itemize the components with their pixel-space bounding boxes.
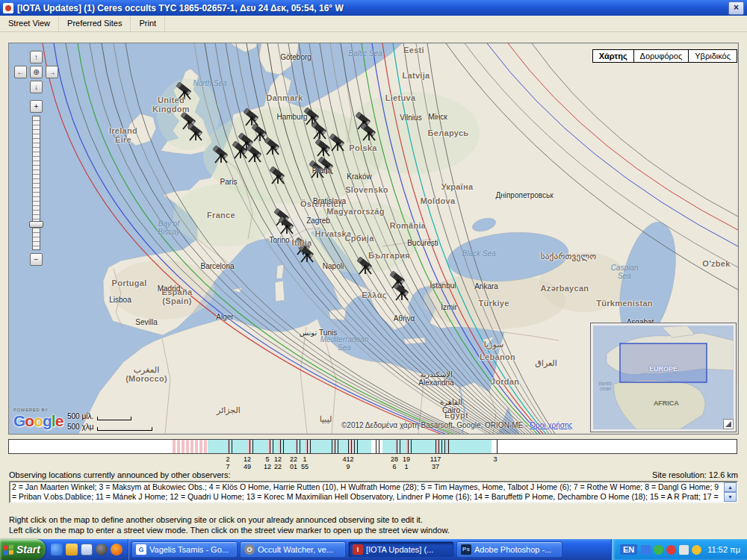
pan-down-button[interactable]: ↓ [30,81,43,93]
tray-icons [641,545,701,555]
zoom-slider[interactable] [32,116,40,250]
menu-item-street-view[interactable]: Street View [0,16,59,31]
timeline-tick [332,440,332,453]
map-copyright: ©2012 Δεδομένα χάρτη Basarsoft, Google, … [341,421,572,429]
title-bar[interactable]: [IOTA Updates] (1) Ceres occults TYC 186… [0,0,747,16]
map-type-button[interactable]: Υβριδικός [688,49,737,63]
copyright-text: ©2012 Δεδομένα χάρτη Basarsoft, Google, … [341,421,527,429]
timeline-tick [436,440,436,453]
map-area[interactable]: EestiLatvijaLietuvaБеларусьУкраїнаPolska… [8,43,739,435]
timeline-tick [335,440,335,453]
timeline-tick [297,440,297,453]
windows-flag-icon [4,544,13,555]
timeline-site-number: 1222 [274,455,282,470]
timeline-tick [338,440,338,453]
window-title: [IOTA Updates] (1) Ceres occults TYC 186… [17,3,728,13]
task-label: [IOTA Updates] (... [366,545,433,554]
network-icon[interactable] [641,545,651,555]
inset-collapse-button[interactable] [723,419,734,429]
task-label: Vagelis Tsamis - Go... [149,545,229,554]
timeline-tick [397,440,397,453]
menu-item-print[interactable]: Print [131,16,165,31]
occult-watcher-icon[interactable] [96,544,108,556]
scroll-down-button[interactable]: ▼ [724,492,737,502]
timeline-tick [376,440,376,453]
timeline-site-number: 512 [264,455,271,470]
task-label: Adobe Photoshop -... [474,545,551,554]
scale-km-bar [97,427,152,431]
zoom-in-button[interactable]: + [30,100,43,113]
timeline-pink-stripe [186,440,189,453]
timeline-site-number: 155 [301,455,309,470]
windows-taskbar: Start GVagelis Tsamis - Go...OOccult Wat… [0,539,747,560]
firefox-icon[interactable] [111,544,123,556]
taskbar-task-iota[interactable]: I[IOTA Updates] (... [348,541,454,558]
close-button[interactable]: × [728,1,744,15]
timeline-tick [252,440,253,453]
map-scale: 500 μίλ. 500 χλμ [67,410,152,431]
map-type-switcher: ΧάρτηςΔορυφόροςΥβριδικός [593,49,737,63]
zoom-slider-handle[interactable] [29,221,43,228]
timeline-tick [232,440,232,453]
volume-icon[interactable] [679,545,689,555]
alert-icon[interactable] [666,545,676,555]
timeline-tick [441,440,442,453]
timeline-pink-stripe [173,440,176,453]
task-label: Occult Watcher, ve... [258,545,333,554]
taskbar-clock[interactable]: 11:52 πμ [707,545,740,554]
taskbar-task-google[interactable]: GVagelis Tsamis - Go... [131,541,238,558]
zoom-out-button[interactable]: − [30,253,43,266]
timeline-site-number: 1249 [244,455,251,470]
map-type-button[interactable]: Δορυφόρος [633,49,689,63]
scale-km-label: 500 χλμ [67,423,93,431]
timeline-tick [411,440,412,453]
menu-bar: Street ViewPreferred SitesPrint [0,16,747,32]
taskbar-buttons: GVagelis Tsamis - Go...OOccult Watcher, … [128,541,611,558]
timeline-site-number: 27 [226,455,229,470]
ie-icon[interactable] [51,544,63,556]
timeline-tick [448,440,449,453]
shield-icon[interactable] [654,545,663,555]
pan-center-button[interactable]: ⊕ [30,66,43,78]
taskbar-task-ow[interactable]: OOccult Watcher, ve... [240,541,346,558]
pan-right-button[interactable]: → [46,66,58,78]
app-icon [3,3,13,13]
quick-launch-bar [46,539,128,560]
timeline-tick [229,440,229,453]
overview-inset-map[interactable]: EUROPE AFRICA tlantic cean [590,323,737,432]
observing-locations-label: Observing locations currently announced … [9,470,231,479]
timeline-tick [351,440,352,453]
scale-miles-label: 500 μίλ. [67,412,93,420]
timeline-pink-stripe [190,440,193,453]
start-label: Start [16,544,40,556]
iota-icon: I [353,544,363,555]
map-type-button[interactable]: Χάρτης [592,49,634,63]
language-indicator[interactable]: EN [620,544,637,555]
menu-item-preferred-sites[interactable]: Preferred Sites [59,16,131,31]
timeline-pink-stripe [199,440,202,453]
timeline-tick [273,440,273,453]
instruction-left-click: Left click on the map to enter a street … [9,526,450,535]
google-logo[interactable]: POWERED BY Google [13,408,63,430]
update-icon[interactable] [692,545,701,555]
timeline-tick [270,440,270,453]
terms-of-use-link[interactable]: Όροι χρήσης [530,421,572,429]
start-button[interactable]: Start [0,539,46,560]
pan-left-button[interactable]: ← [14,66,27,78]
inset-view-rectangle[interactable] [620,343,707,382]
pan-up-button[interactable]: ↑ [30,51,43,63]
timeline-tick [283,440,284,453]
google-wordmark: Google [13,412,63,430]
timeline-pink-stripe [195,440,198,453]
occultation-timeline-bar[interactable] [8,439,737,454]
timeline-site-number: 286 [391,455,398,470]
timeline-tick [307,440,308,453]
timeline-pink-stripe [182,440,185,453]
outlook-icon[interactable] [66,544,78,556]
show-desktop-icon[interactable] [81,544,93,556]
observers-scrollbar[interactable]: ▲ ▼ [724,482,737,502]
observers-list-box[interactable]: 2 = Jan Maarten Winkel; 3 = Maksym at Bu… [9,481,738,503]
scroll-up-button[interactable]: ▲ [724,482,737,492]
timeline-tick [497,440,498,453]
taskbar-task-ps[interactable]: PsAdobe Photoshop -... [456,541,562,558]
